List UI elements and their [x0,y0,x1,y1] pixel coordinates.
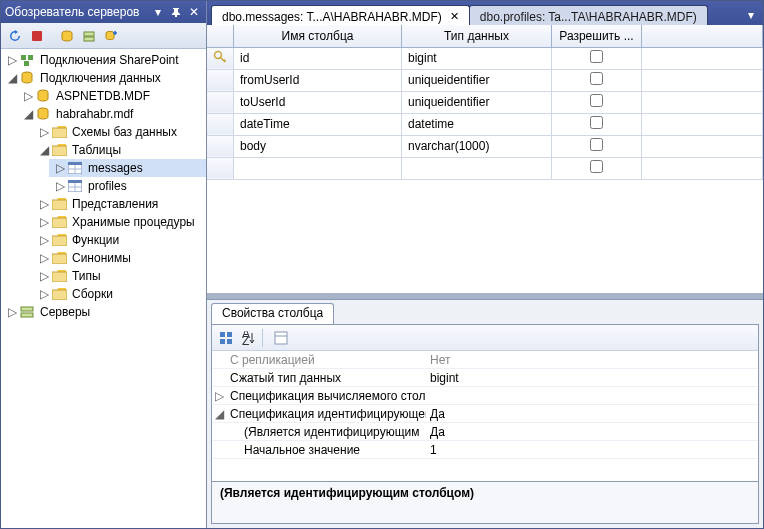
cell-name[interactable]: id [234,47,402,69]
close-icon[interactable]: ✕ [186,4,202,20]
cell-name[interactable]: fromUserId [234,69,402,91]
svg-rect-18 [68,180,82,183]
dropdown-arrow-icon[interactable]: ▾ [150,4,166,20]
cell-nullable[interactable] [552,135,642,157]
cell-type[interactable]: nvarchar(1000) [402,135,552,157]
prop-row-identity-spec[interactable]: ◢Спецификация идентифицирующегоДа [212,405,758,423]
cell-nullable[interactable] [552,69,642,91]
grid-row-new[interactable] [207,157,763,179]
add-connection-icon[interactable] [101,26,121,46]
tab-label: dbo.messages: T...A\HABRAHABR.MDF) [222,10,442,24]
tree-node-data-connections[interactable]: ◢ Подключения данных [1,69,206,87]
expand-icon[interactable]: ▷ [37,251,51,265]
connect-db-icon[interactable] [57,26,77,46]
panel-toolbar [1,23,206,49]
cell-nullable[interactable] [552,91,642,113]
tree-node-tables[interactable]: ◢Таблицы [33,141,206,159]
prop-row-seed[interactable]: Начальное значение1 [212,441,758,459]
grid-row[interactable]: fromUserId uniqueidentifier [207,69,763,91]
expand-icon[interactable]: ▷ [37,215,51,229]
categorized-view-icon[interactable] [216,328,236,348]
cell-name[interactable]: dateTime [234,113,402,135]
expand-icon[interactable]: ▷ [5,53,19,67]
nullable-checkbox[interactable] [590,160,603,173]
nullable-checkbox[interactable] [590,116,603,129]
cell-type[interactable]: datetime [402,113,552,135]
cell-type[interactable]: uniqueidentifier [402,69,552,91]
tree-node-sprocs[interactable]: ▷Хранимые процедуры [33,213,206,231]
properties-list[interactable]: С репликациейНет Сжатый тип данныхbigint… [212,351,758,481]
file-tab-profiles[interactable]: dbo.profiles: Ta...TA\HABRAHABR.MDF) [469,5,708,25]
cell-nullable[interactable] [552,113,642,135]
tree-node-servers[interactable]: ▷ Серверы [1,303,206,321]
col-header-null[interactable]: Разрешить ... [552,25,642,47]
col-header-name[interactable]: Имя столбца [234,25,402,47]
svg-rect-26 [52,290,67,300]
file-tab-messages[interactable]: dbo.messages: T...A\HABRAHABR.MDF) ✕ [211,5,470,25]
tab-close-icon[interactable]: ✕ [450,10,459,23]
expand-icon[interactable]: ▷ [37,233,51,247]
svg-text:Z: Z [242,334,249,345]
expand-icon[interactable]: ▷ [212,389,226,403]
prop-row-computed-spec[interactable]: ▷Спецификация вычисляемого столбца [212,387,758,405]
nullable-checkbox[interactable] [590,50,603,63]
cell-type[interactable]: uniqueidentifier [402,91,552,113]
cell-nullable[interactable] [552,47,642,69]
grid-row[interactable]: body nvarchar(1000) [207,135,763,157]
tree-node-assemblies[interactable]: ▷Сборки [33,285,206,303]
collapse-icon[interactable]: ◢ [212,407,226,421]
collapse-icon[interactable]: ◢ [37,143,51,157]
sharepoint-icon [19,52,35,68]
cell-nullable[interactable] [552,157,642,179]
tab-menu-icon[interactable]: ▾ [743,7,759,23]
refresh-icon[interactable] [5,26,25,46]
property-pages-icon[interactable] [271,328,291,348]
alphabetical-view-icon[interactable]: AZ [239,328,259,348]
expand-icon[interactable]: ▷ [21,89,35,103]
tree-node-table-profiles[interactable]: ▷profiles [49,177,206,195]
tab-column-properties[interactable]: Свойства столбца [211,303,334,324]
tree-node-types[interactable]: ▷Типы [33,267,206,285]
cell-name[interactable]: body [234,135,402,157]
grid-row[interactable]: toUserId uniqueidentifier [207,91,763,113]
table-designer-grid[interactable]: Имя столбца Тип данных Разрешить ... id … [207,25,763,293]
svg-rect-36 [275,332,287,344]
cell-name[interactable] [234,157,402,179]
nullable-checkbox[interactable] [590,138,603,151]
expand-icon[interactable]: ▷ [37,287,51,301]
expand-icon[interactable]: ▷ [5,305,19,319]
tree-node-views[interactable]: ▷Представления [33,195,206,213]
collapse-icon[interactable]: ◢ [5,71,19,85]
prop-row-replication[interactable]: С репликациейНет [212,351,758,369]
grid-row[interactable]: id bigint [207,47,763,69]
pin-icon[interactable] [168,4,184,20]
cell-type[interactable]: bigint [402,47,552,69]
expand-icon[interactable]: ▷ [37,197,51,211]
row-key-icon [207,47,234,69]
expand-icon[interactable]: ▷ [37,125,51,139]
connect-server-icon[interactable] [79,26,99,46]
prop-row-is-identity[interactable]: (Является идентифицирующимДа [212,423,758,441]
server-explorer-panel: Обозреватель серверов ▾ ✕ ▷ Подключения … [1,1,207,528]
expand-icon[interactable]: ▷ [53,179,67,193]
col-header-type[interactable]: Тип данных [402,25,552,47]
cell-type[interactable] [402,157,552,179]
nullable-checkbox[interactable] [590,94,603,107]
tree-node-schemas[interactable]: ▷Схемы баз данных [33,123,206,141]
tree-node-sharepoint[interactable]: ▷ Подключения SharePoint [1,51,206,69]
grid-row[interactable]: dateTime datetime [207,113,763,135]
tree-view[interactable]: ▷ Подключения SharePoint ◢ Подключения д… [1,49,206,528]
tree-node-habrahabr[interactable]: ◢ habrahabr.mdf [17,105,206,123]
stop-icon[interactable] [27,26,47,46]
col-header-spacer [642,25,763,47]
tree-node-aspnetdb[interactable]: ▷ ASPNETDB.MDF [17,87,206,105]
nullable-checkbox[interactable] [590,72,603,85]
collapse-icon[interactable]: ◢ [21,107,35,121]
cell-name[interactable]: toUserId [234,91,402,113]
tree-node-table-messages[interactable]: ▷messages [49,159,206,177]
expand-icon[interactable]: ▷ [53,161,67,175]
tree-node-functions[interactable]: ▷Функции [33,231,206,249]
prop-row-condensed-type[interactable]: Сжатый тип данныхbigint [212,369,758,387]
expand-icon[interactable]: ▷ [37,269,51,283]
tree-node-synonyms[interactable]: ▷Синонимы [33,249,206,267]
